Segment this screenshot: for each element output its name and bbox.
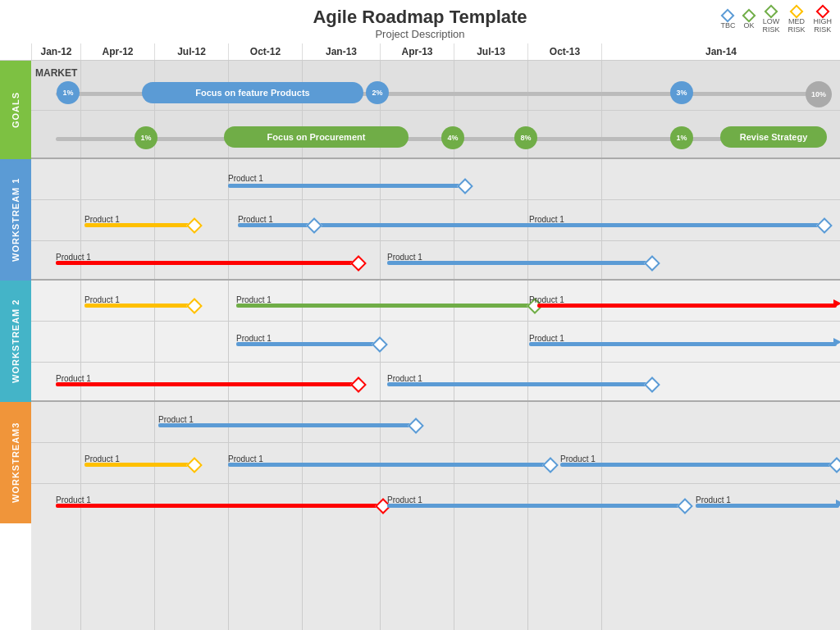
ws1-r2-bar-blue [238,223,558,227]
tl-jul12: Jul-12 [154,43,228,60]
ws1-r1-label: Product 1 [228,174,263,183]
goal2-pct1: 1% [135,126,158,149]
ws3-r3-bar-blue [387,504,682,508]
tl-oct12: Oct-12 [228,43,302,60]
ws2-r2-diamond-blue [372,336,388,353]
ws1-r3-bar-blue [387,261,650,265]
low-risk-icon [764,5,778,19]
ws3-r2-diamond-yellow [186,457,203,473]
ws3-r2-bar-blue [228,463,548,467]
goal1-pct4: 10% [806,81,832,107]
tl-jul13: Jul-13 [454,43,527,60]
chart-area: MARKET 1% Focus on feature Products 2% 3… [31,61,840,630]
ok-icon [742,8,756,22]
goal2-pill2: Revise Strategy [720,126,827,148]
tl-jan14: Jan-14 [601,43,840,60]
ws2-r1-bar-yellow [84,304,191,308]
sidebar-ws2: WORKSTREAM 2 [0,281,31,402]
ws2-r2-bar-blue1 [236,342,376,346]
goal1-pct1: 1% [57,81,80,104]
ws2-r2-bar-blue2 [529,342,837,346]
ws3-r3-diamond-blue [677,498,693,514]
ws3-r3-arrow [836,500,840,508]
ws2-r1-bar-red [537,304,837,308]
tbc-icon [721,8,735,22]
legend-high: HIGHRISK [814,7,833,34]
header: Agile Roadmap Template Project Descripti… [0,0,840,43]
main-container: Agile Roadmap Template Project Descripti… [0,0,840,630]
ws3-r3-bar-red [56,504,380,508]
ws3-r2-diamond-blue [542,457,559,473]
goals-row2-line [56,137,824,141]
ws2-r3-bar-red [56,382,355,386]
ws1-section: Product 1 Product 1 Product 1 Product 1 … [31,159,840,281]
tl-apr12: Apr-12 [80,43,154,60]
ws2-r2-arrow [833,338,840,346]
ws1-r2-diamond-yellow [186,217,203,234]
tl-apr13: Apr-13 [380,43,454,60]
goal1-pct3: 3% [670,81,693,104]
tl-jan12: Jan-12 [31,43,80,60]
ws2-r1-bar-green [236,304,532,308]
ws2-r1-diamond-yellow [186,298,203,314]
goals-row-divider [31,110,840,111]
ws3-r2-diamond-blue2 [829,457,840,473]
ws3-section: Product 1 Product 1 Product 1 Product 1 … [31,402,840,630]
ws3-r3-bar-blue2 [696,504,839,508]
ws1-r1-bar [228,184,462,188]
ws1-r3-diamond-red [350,255,367,272]
goal2-pill: Focus on Procurement [224,126,409,148]
goal2-pct4: 1% [670,126,693,149]
ws2-r1-arrow [833,299,840,308]
content-area: GOALS WORKSTREAM 1 WORKSTREAM 2 WORKSTRE… [0,61,840,630]
ws2-r3-bar-blue [387,382,650,386]
ws3-r2-bar-yellow [84,463,191,467]
legend-ok: OK [743,11,754,30]
ws1-r2-diamond-blue2 [816,217,833,234]
tl-oct13: Oct-13 [527,43,601,60]
timeline-header: Jan-12 Apr-12 Jul-12 Oct-12 Jan-13 Apr-1… [0,43,840,61]
page-title: Agile Roadmap Template [0,7,840,28]
ws1-r2-diamond-blue [306,217,322,234]
ws3-r1-diamond [408,418,424,434]
ws3-r1-bar-blue [158,423,413,427]
goal2-pct2: 4% [441,126,464,149]
ws2-r3-diamond-red [350,377,367,393]
ws1-r2-bar-yellow [84,223,191,227]
ws1-r3-diamond-blue [644,255,660,272]
ws1-r2-bar-blue2 [529,223,824,227]
goal1-pill: Focus on feature Products [142,82,363,103]
ws3-r2-bar-blue2 [560,463,835,467]
legend-tbc: TBC [720,11,735,30]
goal2-pct3: 8% [514,126,537,149]
med-risk-icon [789,5,803,19]
sidebar-ws1: WORKSTREAM 1 [0,159,31,281]
ws2-r3-diamond-blue [644,377,660,393]
legend-med: MEDRISK [788,7,805,34]
goal1-pct2: 2% [366,81,389,104]
legend: TBC OK LOWRISK MEDRISK HIGHRISK [720,7,832,34]
tl-jan13: Jan-13 [302,43,380,60]
ws1-r1-diamond [457,178,473,194]
market-label: MARKET [35,67,77,79]
ws2-section: Product 1 Product 1 Product 1 Product 1 … [31,281,840,402]
high-risk-icon [815,5,829,19]
sidebar: GOALS WORKSTREAM 1 WORKSTREAM 2 WORKSTRE… [0,61,31,630]
goals-section: MARKET 1% Focus on feature Products 2% 3… [31,61,840,159]
ws1-r3-bar-red [56,261,355,265]
page-subtitle: Project Description [0,28,840,40]
legend-low: LOWRISK [762,7,779,34]
sidebar-goals: GOALS [0,61,31,159]
sidebar-ws3: WORKSTREAM3 [0,402,31,523]
